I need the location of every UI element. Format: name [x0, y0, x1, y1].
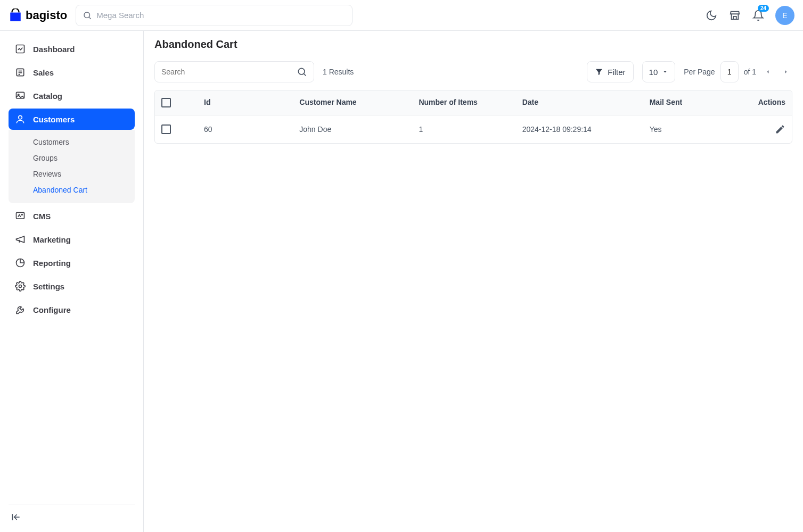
toolbar: 1 Results Filter 10 Per Page of 1 — [154, 61, 792, 82]
main-content: Abandoned Cart 1 Results Filter 10 Per P… — [144, 31, 803, 532]
sidebar: Dashboard Sales Catalog Customers Custom… — [0, 31, 144, 532]
th-checkbox — [155, 90, 198, 115]
filter-label: Filter — [608, 68, 625, 77]
chevron-down-icon — [662, 69, 668, 75]
td-mail: Yes — [643, 115, 739, 143]
header-icons: 24 E — [705, 6, 794, 25]
sidebar-item-catalog[interactable]: Catalog — [9, 85, 135, 106]
sidebar-item-label: Dashboard — [33, 45, 75, 54]
sidebar-item-dashboard[interactable]: Dashboard — [9, 38, 135, 60]
customers-icon — [15, 114, 26, 124]
edit-icon[interactable] — [775, 124, 785, 135]
table-body: 60 John Doe 1 2024-12-18 09:29:14 Yes — [155, 115, 792, 143]
mega-search-input[interactable] — [96, 11, 346, 20]
sidebar-item-configure[interactable]: Configure — [9, 299, 135, 320]
mega-search[interactable] — [76, 5, 353, 26]
th-id[interactable]: Id — [198, 90, 293, 115]
svg-point-10 — [19, 115, 22, 119]
chevron-left-icon — [765, 69, 771, 75]
sidebar-item-label: Settings — [33, 282, 64, 291]
per-page-select[interactable]: 10 — [642, 61, 676, 82]
configure-icon — [15, 304, 26, 315]
sidebar-item-label: Configure — [33, 305, 71, 314]
th-customer-name[interactable]: Customer Name — [293, 90, 412, 115]
search-icon — [297, 66, 307, 77]
th-date[interactable]: Date — [516, 90, 643, 115]
sidebar-item-label: Sales — [33, 68, 54, 77]
svg-line-2 — [89, 17, 91, 19]
collapse-sidebar-button[interactable] — [9, 510, 23, 525]
avatar[interactable]: E — [775, 6, 794, 25]
th-number-of-items[interactable]: Number of Items — [412, 90, 515, 115]
sub-item-abandoned-cart[interactable]: Abandoned Cart — [9, 182, 135, 198]
per-page-value: 10 — [649, 68, 658, 77]
per-page-label: Per Page — [684, 68, 715, 76]
store-link[interactable] — [728, 9, 741, 22]
moon-icon — [706, 10, 717, 21]
select-all-checkbox[interactable] — [161, 98, 171, 107]
table-search[interactable] — [154, 61, 314, 82]
customers-submenu: Customers Groups Reviews Abandoned Cart — [9, 130, 135, 203]
results-count: 1 Results — [323, 68, 354, 76]
sidebar-item-label: CMS — [33, 212, 51, 221]
svg-line-18 — [304, 74, 306, 76]
table-header: Id Customer Name Number of Items Date Ma… — [155, 90, 792, 115]
sidebar-item-label: Catalog — [33, 92, 62, 101]
chevron-right-icon — [783, 69, 789, 75]
bag-icon — [9, 9, 22, 22]
store-icon — [729, 10, 741, 21]
next-page-button[interactable] — [780, 65, 792, 78]
sidebar-item-cms[interactable]: CMS — [9, 205, 135, 227]
filter-icon — [595, 68, 603, 76]
sidebar-item-label: Reporting — [33, 259, 71, 268]
svg-rect-0 — [10, 12, 21, 21]
settings-icon — [15, 281, 26, 292]
td-actions — [739, 115, 792, 143]
brand-text: bagisto — [26, 9, 67, 22]
filter-button[interactable]: Filter — [587, 61, 633, 82]
page-title: Abandoned Cart — [154, 38, 792, 51]
svg-point-17 — [298, 68, 305, 74]
td-items: 1 — [412, 115, 515, 143]
svg-point-1 — [84, 12, 90, 18]
table-search-input[interactable] — [161, 68, 292, 76]
td-id: 60 — [198, 115, 293, 143]
sub-item-reviews[interactable]: Reviews — [9, 166, 135, 182]
td-date: 2024-12-18 09:29:14 — [516, 115, 643, 143]
th-actions: Actions — [739, 90, 792, 115]
td-customer: John Doe — [293, 115, 412, 143]
search-icon — [83, 11, 92, 20]
page-total-text: of 1 — [744, 68, 756, 76]
notification-badge: 24 — [758, 5, 769, 12]
table-row: 60 John Doe 1 2024-12-18 09:29:14 Yes — [155, 115, 792, 143]
pagination: Per Page of 1 — [684, 61, 792, 82]
page-number-input[interactable] — [720, 61, 739, 82]
sidebar-item-label: Customers — [33, 115, 75, 124]
sidebar-item-settings[interactable]: Settings — [9, 276, 135, 297]
cms-icon — [15, 211, 26, 221]
sidebar-item-marketing[interactable]: Marketing — [9, 229, 135, 250]
dark-mode-toggle[interactable] — [705, 9, 718, 22]
td-checkbox — [155, 115, 198, 143]
sidebar-item-customers[interactable]: Customers — [9, 109, 135, 130]
collapse-icon — [11, 512, 21, 522]
reporting-icon — [15, 257, 26, 268]
sub-item-groups[interactable]: Groups — [9, 150, 135, 166]
sub-item-customers[interactable]: Customers — [9, 134, 135, 150]
svg-point-12 — [22, 214, 23, 215]
dashboard-icon — [15, 44, 26, 54]
prev-page-button[interactable] — [761, 65, 774, 78]
logo[interactable]: bagisto — [9, 9, 67, 22]
data-table: Id Customer Name Number of Items Date Ma… — [154, 90, 792, 144]
marketing-icon — [15, 234, 26, 245]
row-checkbox[interactable] — [161, 124, 171, 134]
th-mail-sent[interactable]: Mail Sent — [643, 90, 739, 115]
avatar-letter: E — [782, 11, 787, 20]
notifications[interactable]: 24 — [752, 9, 765, 22]
header: bagisto 24 E — [0, 0, 803, 31]
sidebar-item-sales[interactable]: Sales — [9, 62, 135, 83]
sidebar-item-reporting[interactable]: Reporting — [9, 252, 135, 273]
sidebar-item-label: Marketing — [33, 235, 71, 244]
catalog-icon — [15, 90, 26, 101]
svg-point-14 — [19, 285, 22, 288]
